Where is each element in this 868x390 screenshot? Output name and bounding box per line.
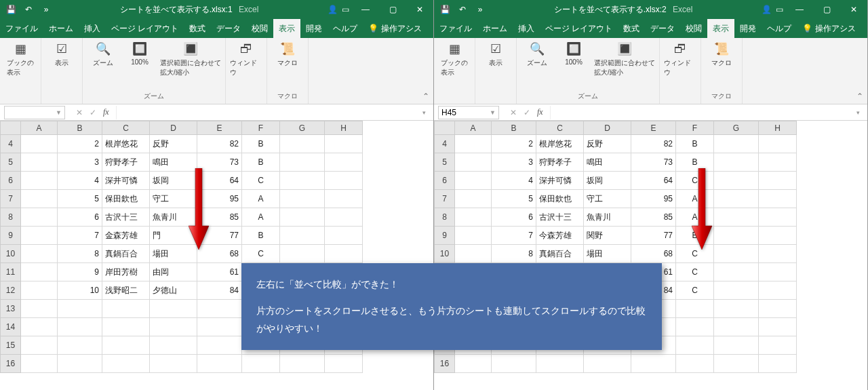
tab-file[interactable]: ファイル bbox=[0, 19, 43, 38]
cell[interactable] bbox=[714, 153, 759, 172]
formula-input[interactable] bbox=[116, 106, 422, 119]
cell[interactable] bbox=[280, 172, 325, 190]
tab-layout[interactable]: ページ レイアウト bbox=[540, 19, 618, 38]
cell[interactable]: 関野 bbox=[584, 227, 631, 245]
cell[interactable] bbox=[676, 300, 714, 318]
cell[interactable]: 守工 bbox=[150, 190, 197, 208]
enter-icon[interactable]: ✓ bbox=[524, 108, 530, 117]
row-header[interactable]: 13 bbox=[1, 300, 21, 318]
cell[interactable] bbox=[21, 190, 58, 208]
cell[interactable] bbox=[714, 208, 759, 227]
cell[interactable]: 狩野孝子 bbox=[102, 153, 150, 172]
cell[interactable] bbox=[21, 208, 58, 227]
cell[interactable] bbox=[21, 300, 58, 318]
cell[interactable] bbox=[150, 318, 197, 336]
cell[interactable]: 真鍋百合 bbox=[102, 245, 150, 263]
row-header[interactable]: 10 bbox=[435, 245, 455, 263]
cell[interactable] bbox=[631, 355, 676, 373]
cell[interactable]: C bbox=[676, 281, 714, 300]
cell[interactable]: B bbox=[242, 135, 280, 153]
tab-formula[interactable]: 数式 bbox=[184, 19, 211, 38]
cell[interactable]: 4 bbox=[492, 172, 536, 190]
cell[interactable]: 95 bbox=[197, 190, 242, 208]
cell[interactable]: C bbox=[676, 245, 714, 263]
row-header[interactable]: 5 bbox=[1, 153, 21, 172]
cell[interactable]: 金森芳雄 bbox=[102, 227, 150, 245]
tab-help[interactable]: ヘルプ bbox=[762, 19, 797, 38]
book-view-button[interactable]: ▦ブックの 表示 bbox=[4, 41, 37, 77]
cell[interactable]: C bbox=[242, 245, 280, 263]
chevron-down-icon[interactable]: ▼ bbox=[490, 109, 496, 116]
cell[interactable] bbox=[197, 300, 242, 318]
cell[interactable]: 守工 bbox=[584, 190, 631, 208]
col-header[interactable]: C bbox=[102, 121, 150, 135]
cell[interactable]: B bbox=[676, 153, 714, 172]
cell[interactable] bbox=[150, 336, 197, 355]
cell[interactable] bbox=[325, 227, 363, 245]
tab-insert[interactable]: 挿入 bbox=[79, 19, 106, 38]
save-icon[interactable]: 💾 bbox=[437, 1, 453, 18]
cell[interactable] bbox=[759, 208, 797, 227]
cell[interactable] bbox=[280, 227, 325, 245]
col-header[interactable]: C bbox=[536, 121, 584, 135]
cell[interactable]: 5 bbox=[58, 190, 102, 208]
cell[interactable] bbox=[21, 318, 58, 336]
expand-formula-icon[interactable]: ▾ bbox=[422, 109, 433, 116]
cell[interactable] bbox=[455, 172, 492, 190]
cell[interactable]: C bbox=[676, 172, 714, 190]
undo-icon[interactable]: ↶ bbox=[454, 1, 471, 18]
cell[interactable] bbox=[280, 153, 325, 172]
cell[interactable]: 8 bbox=[492, 245, 536, 263]
collapse-ribbon-icon[interactable]: ⌃ bbox=[422, 92, 429, 101]
cell[interactable] bbox=[714, 318, 759, 336]
col-header[interactable]: H bbox=[759, 121, 797, 135]
cell[interactable] bbox=[102, 318, 150, 336]
cell[interactable]: 4 bbox=[58, 172, 102, 190]
cell[interactable] bbox=[280, 245, 325, 263]
cell[interactable] bbox=[150, 355, 197, 373]
formula-input[interactable] bbox=[550, 106, 856, 119]
cell[interactable]: 鳴田 bbox=[584, 153, 631, 172]
cell[interactable]: 2 bbox=[58, 135, 102, 153]
cell[interactable] bbox=[714, 281, 759, 300]
tab-view[interactable]: 表示 bbox=[707, 19, 734, 38]
maximize-button[interactable]: ▢ bbox=[813, 0, 840, 19]
tab-dev[interactable]: 開発 bbox=[734, 19, 762, 38]
tab-data[interactable]: データ bbox=[645, 19, 680, 38]
cell[interactable]: 73 bbox=[197, 153, 242, 172]
row-header[interactable]: 6 bbox=[435, 172, 455, 190]
cell[interactable] bbox=[455, 227, 492, 245]
cell[interactable] bbox=[197, 318, 242, 336]
cell[interactable] bbox=[455, 245, 492, 263]
col-header[interactable]: D bbox=[584, 121, 631, 135]
cell[interactable]: 85 bbox=[631, 208, 676, 227]
cell[interactable] bbox=[102, 355, 150, 373]
zoom-selection-button[interactable]: 🔳選択範囲に合わせて 拡大/縮小 bbox=[594, 41, 655, 77]
row-header[interactable]: 4 bbox=[1, 135, 21, 153]
cell[interactable]: 61 bbox=[197, 263, 242, 281]
tab-layout[interactable]: ページ レイアウト bbox=[106, 19, 184, 38]
cell[interactable]: 夕徳山 bbox=[150, 281, 197, 300]
cell[interactable]: 9 bbox=[58, 263, 102, 281]
cell[interactable]: A bbox=[242, 190, 280, 208]
cell[interactable] bbox=[325, 245, 363, 263]
close-button[interactable]: ✕ bbox=[406, 0, 433, 19]
cell[interactable] bbox=[197, 336, 242, 355]
row-header[interactable]: 16 bbox=[1, 355, 21, 373]
row-header[interactable]: 4 bbox=[435, 135, 455, 153]
cell[interactable] bbox=[242, 355, 280, 373]
cell[interactable] bbox=[21, 263, 58, 281]
cell[interactable]: B bbox=[676, 227, 714, 245]
col-header[interactable]: D bbox=[150, 121, 197, 135]
row-header[interactable]: 10 bbox=[1, 245, 21, 263]
book-view-button[interactable]: ▦ブックの 表示 bbox=[438, 41, 471, 77]
cell[interactable]: 場田 bbox=[584, 245, 631, 263]
cell[interactable]: 84 bbox=[197, 281, 242, 300]
cell[interactable] bbox=[759, 300, 797, 318]
cancel-icon[interactable]: ✕ bbox=[510, 108, 517, 117]
row-header[interactable]: 7 bbox=[435, 190, 455, 208]
cell[interactable]: 8 bbox=[58, 245, 102, 263]
cell[interactable]: 真鍋百合 bbox=[536, 245, 584, 263]
cell[interactable]: 68 bbox=[631, 245, 676, 263]
cell[interactable] bbox=[759, 190, 797, 208]
